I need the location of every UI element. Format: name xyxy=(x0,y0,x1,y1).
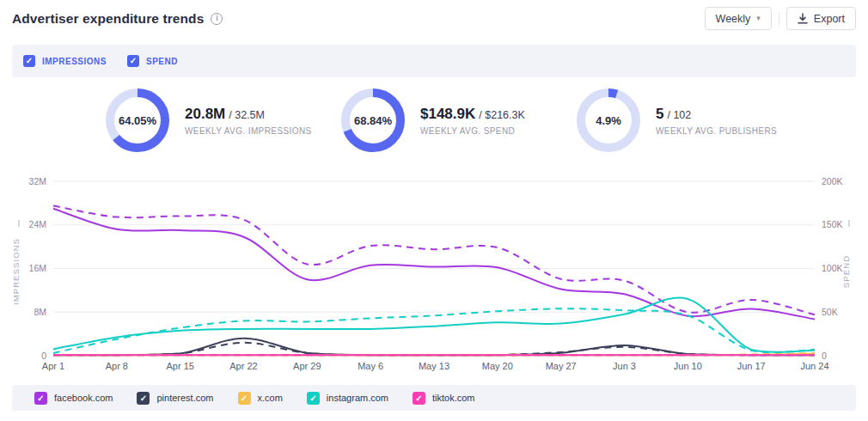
info-icon[interactable]: i xyxy=(211,13,223,25)
kpi-row: 64.05% 20.8M/ 32.5M WEEKLY AVG. IMPRESSI… xyxy=(0,77,868,163)
legend-item-facebook.com[interactable]: ✓facebook.com xyxy=(34,392,113,405)
donut-percent: 64.05% xyxy=(119,114,157,127)
legend-label: pinterest.com xyxy=(156,393,213,403)
y-axis-tick-impressions: 8M xyxy=(34,307,46,317)
y-axis-title-spend: SPEND xyxy=(841,255,851,288)
button-divider xyxy=(779,12,779,25)
export-button[interactable]: Export xyxy=(786,7,856,30)
metric-filter-band: ✓ IMPRESSIONS ✓ SPEND xyxy=(12,45,856,77)
export-button-label: Export xyxy=(814,13,845,25)
period-dropdown[interactable]: Weekly ▾ xyxy=(705,7,772,30)
kpi-spend: 68.84% $148.9K/ $216.3K WEEKLY AVG. SPEN… xyxy=(340,77,576,163)
impressions-donut: 64.05% xyxy=(105,88,170,153)
x-axis-tick: Apr 29 xyxy=(293,361,321,371)
y-axis-tick-spend: 200K xyxy=(822,176,843,186)
filter-spend[interactable]: ✓ SPEND xyxy=(127,55,178,67)
legend-label: facebook.com xyxy=(54,393,113,403)
legend-band: ✓facebook.com✓pinterest.com✓x.com✓instag… xyxy=(12,385,856,411)
legend-item-x.com[interactable]: ✓x.com xyxy=(238,392,283,405)
spend-donut: 68.84% xyxy=(340,88,406,153)
legend-checkbox[interactable]: ✓ xyxy=(137,392,150,405)
legend-item-pinterest.com[interactable]: ✓pinterest.com xyxy=(137,392,213,405)
y-axis-tick-spend: 100K xyxy=(822,263,843,273)
header: Advertiser expenditure trends i Weekly ▾… xyxy=(0,0,868,45)
x-axis-tick: Jun 10 xyxy=(674,361,702,371)
legend-label: tiktok.com xyxy=(432,393,475,403)
y-axis-tick-spend: 150K xyxy=(822,219,843,229)
pinterest.com-spend-line xyxy=(53,343,815,355)
donut-percent: 68.84% xyxy=(354,114,393,127)
facebook.com-spend-line xyxy=(53,205,815,314)
x-axis-tick: Apr 1 xyxy=(42,361,64,371)
download-icon xyxy=(798,13,808,24)
legend-checkbox[interactable]: ✓ xyxy=(238,392,251,405)
filter-impressions[interactable]: ✓ IMPRESSIONS xyxy=(23,55,107,67)
impressions-checkbox[interactable]: ✓ xyxy=(23,55,35,67)
x-axis-tick: May 20 xyxy=(482,361,513,371)
y-axis-tick-impressions: 16M xyxy=(29,263,46,273)
legend-label: x.com xyxy=(258,393,283,403)
expenditure-trend-chart[interactable]: 008M50K16M100K24M150K32M200KApr 1Apr 8Ap… xyxy=(0,163,868,380)
x-axis-tick: May 6 xyxy=(358,361,383,371)
y-axis-title-impressions: IMPRESSIONS xyxy=(11,238,21,305)
x-axis-tick: Jun 17 xyxy=(737,361,766,371)
kpi-value: 20.8M xyxy=(185,106,225,122)
kpi-label: WEEKLY AVG. PUBLISHERS xyxy=(656,126,777,136)
legend-checkbox[interactable]: ✓ xyxy=(307,392,320,405)
x-axis-tick: Apr 22 xyxy=(229,361,257,371)
filter-impressions-label: IMPRESSIONS xyxy=(42,57,107,66)
kpi-label: WEEKLY AVG. SPEND xyxy=(420,126,525,136)
kpi-publishers: 4.9% 5/ 102 WEEKLY AVG. PUBLISHERS xyxy=(576,77,811,163)
x-axis-tick: May 27 xyxy=(546,361,577,371)
x-axis-tick: Jun 24 xyxy=(800,361,828,371)
kpi-label: WEEKLY AVG. IMPRESSIONS xyxy=(185,126,312,136)
period-dropdown-label: Weekly xyxy=(716,13,751,25)
kpi-total: / $216.3K xyxy=(479,109,525,121)
legend-item-instagram.com[interactable]: ✓instagram.com xyxy=(307,392,388,405)
spend-checkbox[interactable]: ✓ xyxy=(127,55,139,67)
y-axis-tick-impressions: 0 xyxy=(41,351,46,361)
page-title: Advertiser expenditure trends xyxy=(12,11,204,27)
legend-checkbox[interactable]: ✓ xyxy=(413,392,425,405)
legend-item-tiktok.com[interactable]: ✓tiktok.com xyxy=(413,392,475,405)
filter-spend-label: SPEND xyxy=(146,57,178,66)
legend-checkbox[interactable]: ✓ xyxy=(34,392,47,405)
kpi-total: / 32.5M xyxy=(229,109,265,121)
legend-label: instagram.com xyxy=(327,393,388,403)
kpi-value: 5 xyxy=(656,106,663,122)
y-axis-tick-spend: 0 xyxy=(822,351,827,361)
publishers-donut: 4.9% xyxy=(576,88,641,153)
donut-percent: 4.9% xyxy=(596,114,621,127)
kpi-impressions: 64.05% 20.8M/ 32.5M WEEKLY AVG. IMPRESSI… xyxy=(105,77,340,163)
y-axis-tick-impressions: 24M xyxy=(29,219,46,229)
instagram.com-impressions-line xyxy=(53,298,815,352)
x-axis-tick: Apr 15 xyxy=(166,361,193,371)
x-axis-tick: Jun 3 xyxy=(613,361,636,371)
chevron-down-icon: ▾ xyxy=(756,15,761,22)
kpi-total: / 102 xyxy=(667,109,691,121)
x-axis-tick: Apr 8 xyxy=(106,361,128,371)
header-controls: Weekly ▾ Export xyxy=(705,7,856,30)
x-axis-tick: May 13 xyxy=(419,361,449,371)
y-axis-tick-impressions: 32M xyxy=(29,176,46,186)
y-axis-tick-spend: 50K xyxy=(822,307,838,317)
pinterest.com-impressions-line xyxy=(53,339,815,356)
kpi-value: $148.9K xyxy=(420,106,475,122)
